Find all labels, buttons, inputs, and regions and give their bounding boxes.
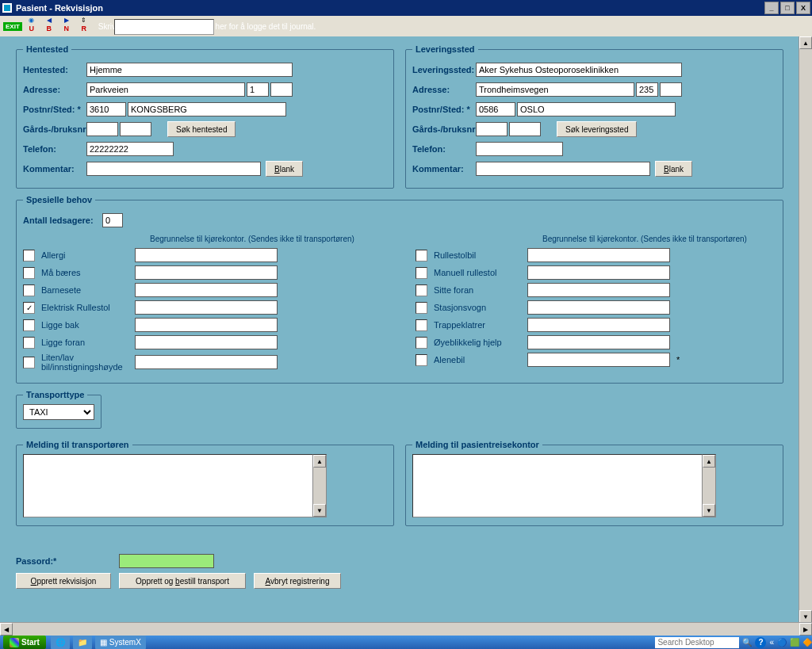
quick-explorer-icon[interactable]: 📁	[73, 636, 92, 649]
delivery-postcode-input[interactable]	[476, 102, 515, 116]
reason-input[interactable]	[135, 355, 278, 369]
checkbox-label: Allergi	[41, 250, 128, 260]
transport-select[interactable]: TAXI	[23, 404, 94, 420]
reason-input[interactable]	[527, 283, 670, 297]
checkbox-barnesete[interactable]	[23, 284, 35, 296]
search-icon[interactable]: 🔍	[742, 638, 752, 647]
checkbox-ligge-foran[interactable]	[23, 337, 35, 349]
checkbox-elektrisk-rullestol[interactable]	[23, 302, 35, 314]
reason-input[interactable]	[135, 248, 278, 262]
transport-legend: Transporttype	[23, 390, 87, 399]
taskbar: Start 🌐 📁 ▦ SystemX 🔍 ? « 🔵 🟩 🔶	[0, 636, 812, 649]
pickup-comment-input[interactable]	[86, 162, 261, 176]
quick-ie-icon[interactable]: 🌐	[51, 636, 70, 649]
exit-button[interactable]: EXIT	[3, 22, 22, 31]
reason-input[interactable]	[135, 283, 278, 297]
delivery-place-input[interactable]	[476, 63, 682, 77]
delivery-city-input[interactable]	[517, 102, 676, 116]
reason-input[interactable]	[135, 335, 278, 349]
reason-input[interactable]	[135, 265, 278, 280]
minimize-button[interactable]: _	[764, 2, 779, 14]
checkbox-label: Sitte foran	[434, 285, 521, 295]
checkbox-rullestolbil[interactable]	[416, 250, 427, 262]
prev-icon[interactable]: ◀	[44, 17, 54, 25]
checkbox-trappeklatrer[interactable]	[416, 319, 427, 331]
create-and-order-button[interactable]: Opprett og bestill transport	[119, 573, 246, 589]
delivery-tel-input[interactable]	[476, 142, 563, 156]
pickup-addr-extra-input[interactable]	[270, 82, 293, 97]
checkbox-allergi[interactable]	[23, 250, 35, 262]
msg-transport-textarea[interactable]	[23, 454, 313, 517]
reason-input[interactable]	[135, 300, 278, 315]
checkbox-row: Liten/lav bil/innstigningshøyde	[23, 353, 384, 372]
delivery-street-input[interactable]	[476, 82, 634, 97]
reason-input[interactable]	[135, 318, 278, 332]
pickup-tel-input[interactable]	[86, 142, 174, 156]
tray-icon-1[interactable]: 🔵	[777, 638, 787, 647]
pickup-bnr-input[interactable]	[120, 122, 151, 136]
delivery-post-label: Postnr/Sted: *	[412, 105, 476, 114]
taskbar-app[interactable]: ▦ SystemX	[95, 636, 146, 649]
delivery-addr-no-input[interactable]	[636, 82, 658, 97]
reason-input[interactable]	[527, 248, 670, 262]
msg-office-textarea[interactable]	[412, 454, 703, 517]
checkbox-label: Barnesete	[41, 285, 128, 295]
req-number-input[interactable]	[114, 19, 214, 35]
tray-icon-2[interactable]: 🟩	[790, 638, 799, 647]
delivery-place-label: Leveringssted:	[412, 65, 476, 74]
pickup-search-button[interactable]: Søk hentested	[167, 121, 236, 137]
help-icon[interactable]: ?	[755, 637, 766, 648]
reason-input[interactable]	[527, 335, 670, 349]
checkbox-ligge-bak[interactable]	[23, 319, 35, 331]
msg-office-scroll[interactable]: ▲▼	[703, 454, 716, 517]
delivery-search-button[interactable]: Søk leveringssted	[557, 121, 637, 137]
checkbox-m-b-res[interactable]	[23, 267, 35, 279]
msg-transport-scroll[interactable]: ▲▼	[313, 454, 327, 517]
checkbox-label: Liten/lav bil/innstigningshøyde	[41, 353, 128, 372]
start-button[interactable]: Start	[3, 636, 46, 649]
reason-input[interactable]	[527, 300, 670, 315]
checkbox-label: Ligge bak	[41, 320, 128, 330]
tray-icon-3[interactable]: 🔶	[802, 638, 812, 647]
pickup-city-input[interactable]	[128, 102, 286, 116]
reason-input[interactable]	[527, 353, 670, 367]
attendants-input[interactable]	[102, 213, 123, 227]
delivery-addr-extra-input[interactable]	[660, 82, 682, 97]
checkbox--yeblikkelig-hjelp[interactable]	[416, 337, 427, 349]
password-input[interactable]	[119, 554, 214, 568]
checkbox-label: Alenebil	[434, 355, 521, 365]
pickup-place-input[interactable]	[86, 63, 293, 77]
reason-input[interactable]	[527, 318, 670, 332]
checkbox-stasjonsvogn[interactable]	[416, 302, 427, 314]
special-legend: Spesielle behov	[23, 195, 95, 204]
maximize-button[interactable]: □	[780, 2, 795, 14]
delivery-comment-input[interactable]	[476, 162, 650, 176]
required-star: *	[676, 355, 680, 365]
delivery-blank-button[interactable]: Blank	[655, 161, 692, 177]
pickup-addr-no-input[interactable]	[247, 82, 269, 97]
special-right-col: Begrunnelse til kjørekontor. (Sendes ikk…	[416, 231, 776, 375]
cancel-reg-button[interactable]: Avbryt registrering	[254, 573, 341, 589]
checkbox-liten-lav-bil-innstigningsh-yde[interactable]	[23, 357, 35, 368]
msg-office-legend: Melding til pasientreisekontor	[412, 440, 542, 449]
delivery-gnr-input[interactable]	[476, 122, 508, 136]
pickup-postcode-input[interactable]	[86, 102, 126, 116]
pickup-blank-button[interactable]: Blank	[266, 161, 303, 177]
delivery-bnr-input[interactable]	[509, 122, 541, 136]
checkbox-manuell-rullestol[interactable]	[416, 267, 427, 279]
horizontal-scrollbar[interactable]: ◀ ▶	[0, 622, 812, 636]
pickup-street-input[interactable]	[86, 82, 245, 97]
globe-icon[interactable]: ◉	[27, 17, 36, 25]
tray-expand-icon[interactable]: «	[769, 638, 774, 647]
checkbox-sitte-foran[interactable]	[416, 284, 427, 296]
vertical-scrollbar[interactable]: ▲ ▼	[799, 36, 812, 623]
close-button[interactable]: X	[796, 2, 810, 14]
folder-icon: 📁	[78, 638, 87, 647]
pickup-gnr-input[interactable]	[86, 122, 118, 136]
checkbox-alenebil[interactable]	[416, 354, 427, 366]
reason-input[interactable]	[527, 265, 670, 280]
create-req-button[interactable]: Opprett rekvisisjon	[16, 573, 111, 589]
next-icon[interactable]: ▶	[62, 17, 71, 25]
sort-icon[interactable]: ⇕	[79, 17, 89, 25]
desktop-search-input[interactable]	[655, 637, 739, 648]
